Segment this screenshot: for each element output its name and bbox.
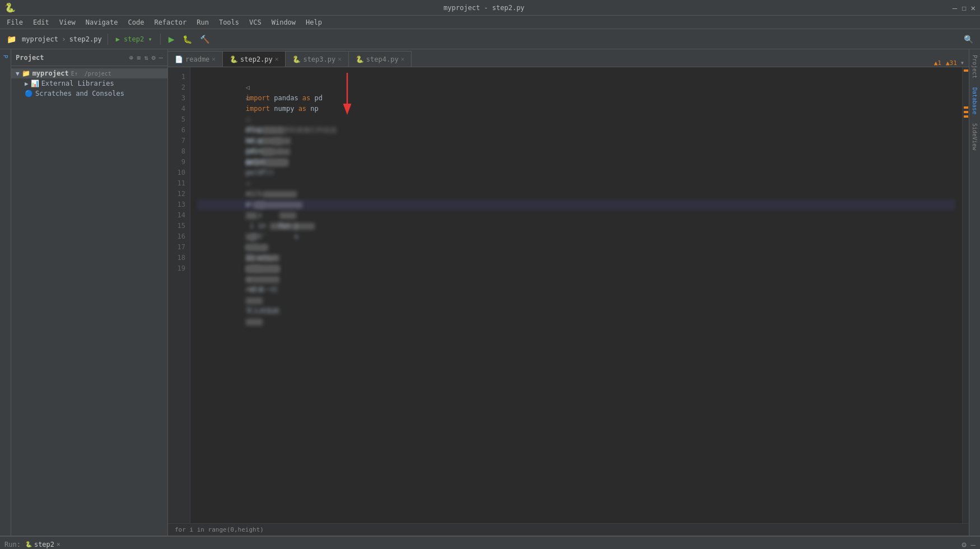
layout-icon[interactable]: ≡ bbox=[137, 54, 141, 62]
menu-help[interactable]: Help bbox=[301, 17, 326, 27]
code-area[interactable]: ◁ import pandas as pd ◁ import numpy as … bbox=[190, 67, 962, 523]
menu-vcs[interactable]: VCS bbox=[245, 17, 266, 27]
toolbar-run-config[interactable]: ▶ step2 ▾ bbox=[114, 34, 155, 44]
tab-step3[interactable]: 🐍 step3.py ✕ bbox=[286, 51, 348, 67]
tab-step4-icon: 🐍 bbox=[356, 55, 364, 63]
code-line-2: ◁ import numpy as np bbox=[197, 82, 955, 93]
title-bar: 🐍 myproject - step2.py — ☐ ✕ bbox=[0, 0, 980, 16]
warning-marker-4 bbox=[964, 115, 968, 118]
code-line-14: for j e(1,y #跳 el第一行 bbox=[197, 210, 955, 221]
right-sidebar-project[interactable]: Project bbox=[970, 52, 979, 82]
tooltip-text: for i in range(0,height) bbox=[175, 526, 264, 533]
editor-content[interactable]: 1 2 3 4 5 6 7 8 9 10 11 12 13 14 15 16 1 bbox=[168, 67, 969, 536]
tree-path-myproject: /project bbox=[85, 71, 111, 77]
warning-marker-2 bbox=[964, 106, 968, 109]
code-line-8: print bbox=[197, 146, 955, 157]
project-panel: Project ⊕ ≡ ⇅ ⚙ — ▼ 📁 myproject E↑ /proj… bbox=[11, 49, 168, 536]
toolbar-separator-2 bbox=[160, 34, 161, 45]
tab-step4-close[interactable]: ✕ bbox=[401, 55, 405, 63]
sort-icon[interactable]: ⇅ bbox=[144, 54, 148, 62]
tree-item-external-libs[interactable]: ▶ 📊 External Libraries bbox=[11, 78, 167, 89]
tree-folder-icon-myproject: 📁 bbox=[22, 69, 30, 77]
code-pandas: pandas bbox=[270, 94, 302, 102]
tab-step2-close[interactable]: ✕ bbox=[275, 55, 279, 63]
code-line-12: x ..z bbox=[197, 189, 955, 199]
code-line-7: prin ic pe(df)) bbox=[197, 136, 955, 146]
window-title: myproject - step2.py bbox=[444, 4, 525, 12]
toolbar-project-icon: 📁 bbox=[4, 34, 18, 45]
breadcrumb-project: myproject bbox=[22, 35, 58, 43]
project-tree: ▼ 📁 myproject E↑ /project ▶ 📊 External L… bbox=[11, 66, 167, 536]
close-button[interactable]: ✕ bbox=[971, 3, 976, 12]
code-line-4: ◁ #读取表格并得到表格行列信息 bbox=[197, 104, 955, 114]
toolbar-separator bbox=[108, 34, 108, 45]
left-project-icon[interactable]: P bbox=[1, 52, 10, 62]
menu-run[interactable]: Run bbox=[192, 17, 213, 27]
code-pd: pd bbox=[310, 94, 323, 102]
warning-marker-1 bbox=[964, 69, 968, 72]
line-numbers: 1 2 3 4 5 6 7 8 9 10 11 12 13 14 15 16 1 bbox=[168, 67, 190, 523]
breadcrumb-file: step2.py bbox=[69, 35, 102, 43]
tree-label-myproject: myproject bbox=[32, 69, 69, 77]
left-icon-strip: P bbox=[0, 49, 11, 536]
debug-button[interactable]: 🐛 bbox=[180, 34, 194, 45]
tab-step2[interactable]: 🐍 step2.py ✕ bbox=[223, 51, 286, 67]
code-line-1: ◁ import pandas as pd bbox=[197, 72, 955, 82]
fold-gutter-1: ◁ bbox=[246, 83, 250, 91]
menu-navigate[interactable]: Navigate bbox=[81, 17, 123, 27]
run-tab[interactable]: 🐍 step2 ✕ bbox=[25, 541, 60, 548]
right-sidebar-database[interactable]: Database bbox=[970, 84, 979, 118]
minimize-button[interactable]: — bbox=[953, 3, 957, 12]
code-line-18 bbox=[197, 253, 955, 263]
run-tab-label: step2 bbox=[34, 541, 54, 548]
bottom-panel: Run: 🐍 step2 ✕ ⚙ — ▶ ▲ ▼ ≡ ⊗ ✕ D:\python… bbox=[0, 536, 980, 549]
code-line-11: ◁ #he bbox=[197, 178, 955, 189]
scope-icon[interactable]: ⊕ bbox=[129, 54, 133, 62]
search-everywhere-button[interactable]: 🔍 bbox=[962, 34, 976, 45]
menu-refactor[interactable]: Refactor bbox=[150, 17, 191, 27]
error-badge: ▲31 bbox=[946, 59, 957, 67]
tree-badge-myproject: E↑ bbox=[71, 71, 78, 77]
tree-arrow-myproject: ▼ bbox=[16, 70, 20, 77]
code-line-13: i in ght' bbox=[197, 199, 955, 210]
tabs-bar: 📄 readme ✕ 🐍 step2.py ✕ 🐍 step3.py ✕ 🐍 s… bbox=[168, 49, 969, 67]
right-gutter bbox=[962, 67, 969, 523]
run-settings-icon[interactable]: ⚙ bbox=[962, 540, 966, 549]
app-logo: 🐍 bbox=[4, 2, 16, 13]
menu-view[interactable]: View bbox=[55, 17, 80, 27]
tab-step4[interactable]: 🐍 step4.py ✕ bbox=[349, 51, 412, 67]
menu-file[interactable]: File bbox=[2, 17, 27, 27]
menu-window[interactable]: Window bbox=[267, 17, 300, 27]
run-minimize-icon[interactable]: — bbox=[971, 540, 976, 549]
warning-badge: ▲1 bbox=[934, 59, 941, 67]
minimize-panel-icon[interactable]: — bbox=[159, 54, 163, 62]
menu-tools[interactable]: Tools bbox=[214, 17, 244, 27]
tab-step3-close[interactable]: ✕ bbox=[338, 55, 342, 63]
expand-icon[interactable]: ▾ bbox=[960, 59, 964, 67]
tab-readme-close[interactable]: ✕ bbox=[212, 55, 216, 63]
code-line-19: ◁ #将 字入对应的 bbox=[197, 263, 955, 274]
menu-bar: File Edit View Navigate Code Refactor Ru… bbox=[0, 16, 980, 29]
warning-marker-3 bbox=[964, 111, 968, 113]
breadcrumb-sep: › bbox=[62, 35, 66, 43]
tab-readme[interactable]: 📄 readme ✕ bbox=[168, 51, 223, 67]
tab-step3-label: step3.py bbox=[303, 55, 335, 63]
tree-label-scratches: Scratches and Consoles bbox=[35, 90, 124, 97]
right-sidebar-sideview[interactable]: SideView bbox=[970, 120, 979, 153]
tree-item-scratches[interactable]: 🔵 Scratches and Consoles bbox=[11, 89, 167, 99]
maximize-button[interactable]: ☐ bbox=[962, 3, 966, 12]
run-label: Run: bbox=[4, 541, 21, 548]
settings-icon[interactable]: ⚙ bbox=[152, 54, 156, 62]
menu-edit[interactable]: Edit bbox=[29, 17, 54, 27]
tree-item-myproject[interactable]: ▼ 📁 myproject E↑ /project bbox=[11, 68, 167, 78]
kw-as-1: as bbox=[302, 94, 310, 102]
run-tab-close[interactable]: ✕ bbox=[57, 541, 60, 548]
main-layout: P Project ⊕ ≡ ⇅ ⚙ — ▼ 📁 myproject E↑ /pr… bbox=[0, 49, 980, 536]
project-panel-title: Project bbox=[16, 54, 44, 62]
menu-code[interactable]: Code bbox=[124, 17, 149, 27]
fold-gutter-2: ◁ bbox=[246, 94, 250, 102]
tab-readme-label: readme bbox=[185, 55, 209, 63]
build-button[interactable]: 🔨 bbox=[198, 34, 212, 45]
run-button[interactable]: ▶ bbox=[166, 32, 177, 46]
code-line-9 bbox=[197, 157, 955, 168]
